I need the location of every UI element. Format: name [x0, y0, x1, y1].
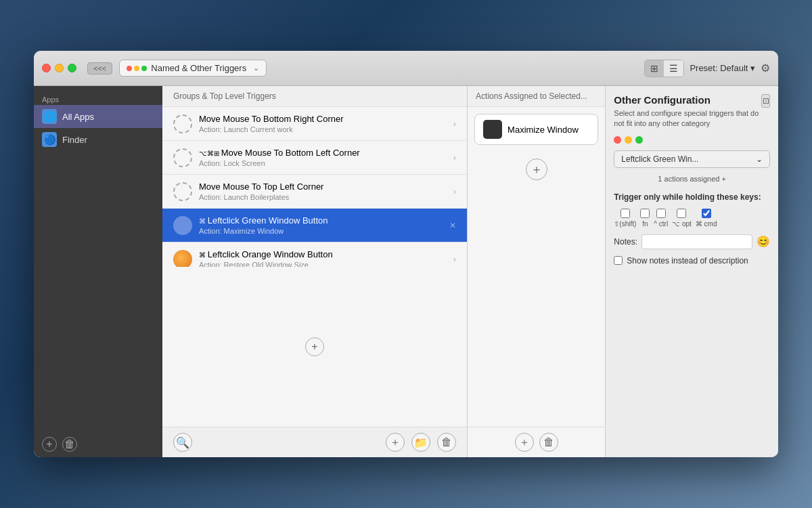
cmd-key-check: ⌘ cmd	[696, 209, 717, 228]
add-app-button[interactable]: +	[42, 437, 57, 452]
cmd-icon: ⌘	[199, 217, 208, 225]
trigger-name-move-tl: Move Mouse To Top Left Corner	[199, 182, 447, 192]
emoji-button[interactable]: 😊	[757, 235, 770, 248]
opt-key-check: ⌥ opt	[672, 209, 692, 228]
list-view-button[interactable]: ☰	[664, 60, 683, 77]
sidebar-section-label: Apps	[34, 91, 162, 105]
search-button[interactable]: 🔍	[173, 433, 192, 452]
settings-gear-icon[interactable]: ⚙	[761, 62, 770, 75]
trigger-name-move-br: Move Mouse To Bottom Right Corner	[199, 114, 447, 124]
notes-input[interactable]	[641, 234, 752, 249]
trigger-name-move-bl: ⌥⌘⊞ Move Mouse To Bottom Left Corner	[199, 148, 447, 158]
action-item-maximize: Maximize Window	[474, 114, 598, 145]
view-toggle: ⊞ ☰	[644, 60, 684, 77]
trigger-icon-green	[173, 216, 192, 235]
ctrl-checkbox[interactable]	[656, 209, 666, 218]
trigger-dropdown[interactable]: Named & Other Triggers ⌄	[119, 60, 267, 77]
sidebar-label-all-apps: All Apps	[62, 112, 94, 122]
cmd-label: ⌘ cmd	[696, 220, 717, 228]
folder-button[interactable]: 📁	[411, 433, 430, 452]
traffic-lights	[42, 64, 76, 72]
back-button[interactable]: <<<	[87, 62, 112, 75]
actions-header: Actions Assigned to Selected...	[468, 86, 605, 107]
trigger-action-leftclick-green: Action: Maximize Window	[199, 227, 443, 235]
ctrl-key-check: ^ ctrl	[654, 209, 668, 228]
trigger-icon-orange	[173, 250, 192, 268]
action-name-maximize: Maximize Window	[508, 125, 579, 135]
add-action-button[interactable]: ＋	[526, 158, 547, 180]
modifier-icons: ⌥⌘⊞	[199, 150, 221, 157]
add-action-area: ＋	[468, 154, 605, 184]
fn-key-check: fn	[640, 209, 650, 228]
shift-checkbox[interactable]	[621, 209, 630, 218]
finder-icon: 🔵	[42, 132, 57, 147]
cmd-checkbox[interactable]	[702, 209, 711, 218]
trigger-text-move-tl: Move Mouse To Top Left Corner Action: La…	[199, 182, 447, 201]
config-action-dropdown[interactable]: Leftclick Green Win... ⌄	[614, 150, 770, 168]
chevron-right-icon: ›	[453, 187, 456, 196]
actions-empty-area	[468, 184, 605, 427]
shift-key-check: ⇧(shift)	[614, 209, 636, 228]
notes-label: Notes:	[614, 237, 637, 247]
minimize-button[interactable]	[55, 64, 64, 72]
config-panel: Other Configuration Select and configure…	[606, 86, 778, 457]
actions-assigned-count[interactable]: 1 actions assigned +	[614, 175, 770, 183]
delete-action-button[interactable]: 🗑	[539, 433, 558, 452]
preset-label[interactable]: Preset: Default ▾	[690, 63, 755, 73]
triggers-panel: Groups & Top Level Triggers Move Mouse T…	[162, 86, 468, 457]
action-icon-maximize	[483, 120, 502, 139]
trigger-icon-move-tl	[173, 182, 192, 201]
trigger-item-move-bl[interactable]: ⌥⌘⊞ Move Mouse To Bottom Left Corner Act…	[162, 141, 467, 175]
main-window: <<< Named & Other Triggers ⌄ ⊞ ☰ Preset:…	[34, 51, 778, 457]
sidebar-footer: + 🗑	[34, 431, 162, 457]
actions-footer: ＋ 🗑	[468, 427, 605, 457]
chevron-right-icon: ✕	[449, 221, 456, 230]
chevron-right-icon: ›	[453, 153, 456, 163]
remove-app-button[interactable]: 🗑	[62, 437, 77, 452]
show-notes-checkbox[interactable]	[614, 256, 623, 265]
fn-label: fn	[642, 220, 648, 228]
trigger-item-move-tl[interactable]: Move Mouse To Top Left Corner Action: La…	[162, 175, 467, 209]
trigger-action-move-tl: Action: Launch Boilerplates	[199, 193, 447, 201]
config-title-area: Other Configuration Select and configure…	[614, 94, 761, 129]
config-description: Select and configure special triggers th…	[614, 108, 761, 129]
trigger-icon-move-bl	[173, 148, 192, 167]
dot-red	[127, 66, 132, 71]
fn-checkbox[interactable]	[640, 209, 650, 218]
sidebar-label-finder: Finder	[62, 135, 87, 145]
add-trigger-footer-button[interactable]: ＋	[386, 433, 405, 452]
trigger-name-leftclick-green: ⌘ Leftclick Green Window Button	[199, 215, 443, 226]
chevron-right-icon: ›	[453, 119, 456, 129]
trigger-action-leftclick-orange: Action: Restore Old Window Size	[199, 261, 447, 267]
trigger-action-move-br: Action: Launch Current work	[199, 125, 447, 133]
status-dots	[127, 66, 147, 71]
trigger-text-leftclick-green: ⌘ Leftclick Green Window Button Action: …	[199, 215, 443, 235]
ctrl-label: ^ ctrl	[654, 220, 668, 228]
add-trigger-button[interactable]: +	[305, 337, 324, 356]
all-apps-icon: 🌐	[42, 109, 57, 124]
dot-green	[141, 66, 147, 71]
chevron-down-icon: ⌄	[756, 154, 763, 164]
trigger-text-move-br: Move Mouse To Bottom Right Corner Action…	[199, 114, 447, 133]
trigger-item-move-br[interactable]: Move Mouse To Bottom Right Corner Action…	[162, 107, 467, 141]
notes-row: Notes: 😊	[614, 234, 770, 249]
sidebar-item-finder[interactable]: 🔵 Finder	[34, 128, 162, 151]
sidebar: Apps 🌐 All Apps 🔵 Finder + 🗑	[34, 86, 162, 457]
dropdown-title: Named & Other Triggers	[151, 63, 246, 73]
trigger-name-leftclick-orange: ⌘ Leftclick Orange Window Button	[199, 249, 447, 259]
grid-view-button[interactable]: ⊞	[645, 60, 664, 77]
collapse-button[interactable]: ⊡	[761, 94, 770, 108]
opt-checkbox[interactable]	[677, 209, 686, 218]
delete-trigger-button[interactable]: 🗑	[437, 433, 456, 452]
trigger-text-leftclick-orange: ⌘ Leftclick Orange Window Button Action:…	[199, 249, 447, 267]
close-button[interactable]	[42, 64, 51, 72]
trigger-text-move-bl: ⌥⌘⊞ Move Mouse To Bottom Left Corner Act…	[199, 148, 447, 167]
shift-label: ⇧(shift)	[614, 220, 636, 228]
sidebar-item-all-apps[interactable]: 🌐 All Apps	[34, 105, 162, 128]
trigger-item-leftclick-green[interactable]: ⌘ Leftclick Green Window Button Action: …	[162, 209, 467, 242]
add-action-footer-button[interactable]: ＋	[515, 433, 534, 452]
trigger-icon-move-br	[173, 114, 192, 133]
middle-empty-area: +	[162, 267, 467, 427]
trigger-item-leftclick-orange[interactable]: ⌘ Leftclick Orange Window Button Action:…	[162, 242, 467, 267]
maximize-button[interactable]	[68, 64, 76, 72]
